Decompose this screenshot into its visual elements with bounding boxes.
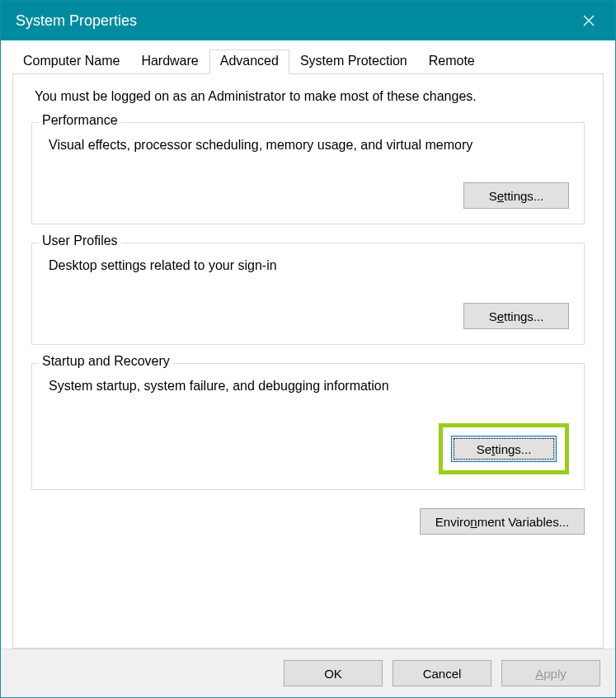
group-performance: Performance Visual effects, processor sc… — [31, 122, 585, 224]
ok-button[interactable]: OK — [284, 660, 383, 686]
tab-hardware[interactable]: Hardware — [130, 50, 209, 74]
tab-system-protection[interactable]: System Protection — [289, 50, 418, 74]
environment-variables-row: Environment Variables... — [31, 508, 585, 535]
window-title: System Properties — [16, 12, 137, 30]
environment-variables-button[interactable]: Environment Variables... — [420, 508, 585, 535]
group-user-profiles-actions: Settings... — [47, 303, 569, 329]
tab-page-advanced: You must be logged on as an Administrato… — [12, 73, 604, 648]
close-button[interactable] — [569, 1, 609, 40]
apply-button[interactable]: Apply — [501, 660, 600, 686]
tab-computer-name[interactable]: Computer Name — [12, 50, 130, 74]
group-startup-recovery-desc: System startup, system failure, and debu… — [49, 379, 569, 394]
group-user-profiles-label: User Profiles — [39, 233, 121, 248]
highlight-annotation: Settings... — [439, 423, 569, 474]
group-performance-label: Performance — [39, 113, 121, 128]
performance-settings-button[interactable]: Settings... — [463, 182, 569, 209]
dialog-footer: OK Cancel Apply — [1, 648, 615, 697]
tab-advanced[interactable]: Advanced — [209, 50, 289, 74]
close-icon — [583, 15, 595, 26]
cancel-button[interactable]: Cancel — [393, 660, 491, 686]
admin-notice: You must be logged on as an Administrato… — [35, 89, 585, 104]
startup-recovery-settings-button[interactable]: Settings... — [451, 436, 557, 462]
group-startup-recovery-label: Startup and Recovery — [39, 354, 173, 369]
group-performance-desc: Visual effects, processor scheduling, me… — [49, 138, 569, 153]
group-startup-recovery: Startup and Recovery System startup, sys… — [31, 363, 585, 490]
tab-remote[interactable]: Remote — [418, 50, 486, 74]
system-properties-window: System Properties Computer Name Hardware… — [0, 0, 616, 698]
client-area: Computer Name Hardware Advanced System P… — [1, 40, 615, 697]
tab-strip: Computer Name Hardware Advanced System P… — [1, 40, 615, 73]
group-performance-actions: Settings... — [47, 182, 569, 209]
group-startup-recovery-actions: Settings... — [47, 423, 569, 474]
titlebar: System Properties — [1, 1, 615, 40]
group-user-profiles: User Profiles Desktop settings related t… — [31, 243, 585, 345]
group-user-profiles-desc: Desktop settings related to your sign-in — [49, 258, 569, 273]
user-profiles-settings-button[interactable]: Settings... — [463, 303, 569, 329]
